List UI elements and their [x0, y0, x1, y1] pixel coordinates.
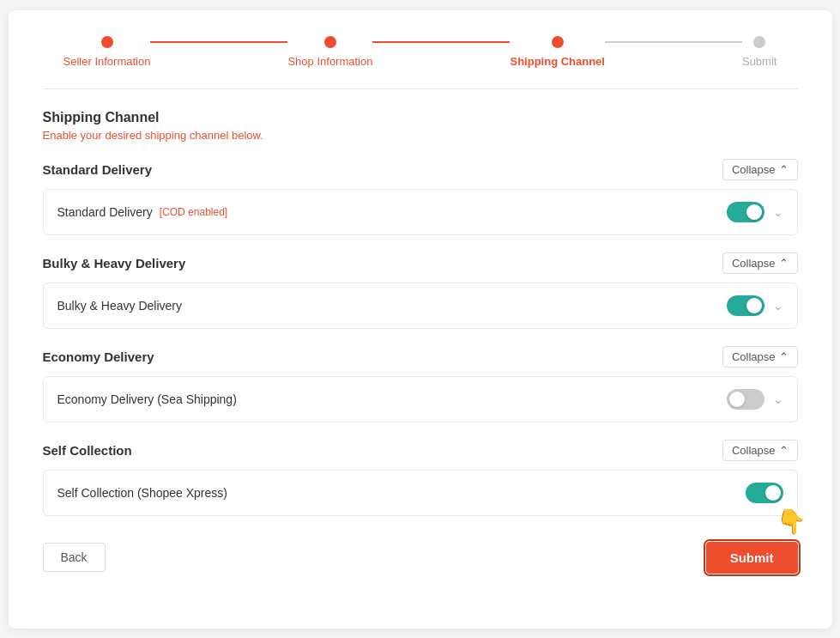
cod-badge-standard: [COD enabled] [160, 206, 227, 218]
submit-button[interactable]: Submit [706, 542, 798, 574]
stepper: Seller Information Shop Information Ship… [43, 36, 798, 68]
step-label-seller: Seller Information [63, 55, 151, 68]
section-title: Shipping Channel [43, 110, 798, 125]
submit-wrapper: 👇 Submit [706, 542, 798, 574]
collapse-button-economy[interactable]: Collapse ⌃ [722, 346, 798, 368]
footer-actions: Back 👇 Submit [43, 542, 798, 574]
chevron-down-icon-standard[interactable]: ⌄ [773, 205, 783, 219]
delivery-group-header-bulky: Bulky & Heavy Delivery Collapse ⌃ [43, 252, 798, 274]
collapse-button-bulky[interactable]: Collapse ⌃ [722, 252, 798, 274]
step-line-1 [150, 41, 287, 43]
collapse-label-bulky: Collapse [732, 257, 776, 270]
delivery-group-standard: Standard Delivery Collapse ⌃ Standard De… [43, 159, 798, 235]
toggle-economy[interactable] [727, 389, 764, 410]
toggle-track-self-collection[interactable] [746, 483, 783, 503]
delivery-name-economy: Economy Delivery (Sea Shipping) [57, 392, 237, 406]
toggle-track-standard[interactable] [727, 202, 764, 222]
chevron-down-icon-economy[interactable]: ⌄ [773, 392, 783, 406]
delivery-card-right-economy: ⌄ [727, 389, 783, 410]
delivery-group-economy: Economy Delivery Collapse ⌃ Economy Deli… [43, 346, 798, 422]
delivery-name-standard: Standard Delivery [57, 205, 153, 219]
toggle-track-economy[interactable] [727, 389, 764, 410]
delivery-card-self-collection: Self Collection (Shopee Xpress) [43, 470, 798, 516]
step-line-3 [605, 41, 742, 43]
step-seller: Seller Information [63, 36, 151, 68]
chevron-up-icon-bulky: ⌃ [779, 257, 789, 270]
collapse-button-self-collection[interactable]: Collapse ⌃ [722, 440, 798, 461]
toggle-thumb-self-collection [765, 485, 781, 501]
step-submit: Submit [742, 36, 777, 68]
delivery-name-bulky: Bulky & Heavy Delivery [57, 299, 183, 313]
chevron-up-icon-standard: ⌃ [779, 163, 789, 176]
delivery-group-header-self-collection: Self Collection Collapse ⌃ [43, 440, 798, 461]
delivery-group-self-collection: Self Collection Collapse ⌃ Self Collecti… [43, 440, 798, 516]
delivery-card-left-economy: Economy Delivery (Sea Shipping) [57, 392, 237, 406]
delivery-card-right-self-collection [746, 483, 783, 503]
delivery-group-header-standard: Standard Delivery Collapse ⌃ [43, 159, 798, 180]
delivery-card-right-bulky: ⌄ [727, 295, 783, 316]
step-circle-shop [324, 36, 336, 48]
section-header: Shipping Channel Enable your desired shi… [43, 110, 798, 142]
step-label-shop: Shop Information [287, 55, 372, 68]
top-divider [43, 88, 798, 89]
toggle-track-bulky[interactable] [727, 295, 764, 316]
collapse-button-standard[interactable]: Collapse ⌃ [722, 159, 798, 180]
toggle-thumb-bulky [746, 298, 762, 313]
delivery-card-standard: Standard Delivery [COD enabled] ⌄ [43, 189, 798, 235]
toggle-thumb-standard [746, 204, 762, 220]
collapse-label-economy: Collapse [732, 350, 776, 363]
delivery-name-self-collection: Self Collection (Shopee Xpress) [57, 486, 227, 500]
chevron-down-icon-bulky[interactable]: ⌄ [773, 299, 783, 313]
delivery-group-title-self-collection: Self Collection [43, 443, 132, 458]
section-subtitle: Enable your desired shipping channel bel… [43, 129, 798, 142]
delivery-group-header-economy: Economy Delivery Collapse ⌃ [43, 346, 798, 368]
delivery-card-right-standard: ⌄ [727, 202, 783, 222]
delivery-group-bulky: Bulky & Heavy Delivery Collapse ⌃ Bulky … [43, 252, 798, 329]
step-circle-seller [101, 36, 113, 48]
delivery-card-left-standard: Standard Delivery [COD enabled] [57, 205, 228, 219]
delivery-group-title-bulky: Bulky & Heavy Delivery [43, 256, 186, 270]
toggle-bulky[interactable] [727, 295, 764, 316]
step-shipping: Shipping Channel [510, 36, 605, 68]
back-button[interactable]: Back [43, 543, 106, 572]
delivery-card-economy: Economy Delivery (Sea Shipping) ⌄ [43, 376, 798, 422]
delivery-group-title-economy: Economy Delivery [43, 349, 154, 364]
collapse-label-standard: Collapse [732, 163, 776, 176]
step-label-submit: Submit [742, 55, 777, 68]
delivery-card-bulky: Bulky & Heavy Delivery ⌄ [43, 283, 798, 329]
step-shop: Shop Information [287, 36, 372, 68]
toggle-self-collection[interactable] [746, 483, 783, 503]
chevron-up-icon-economy: ⌃ [779, 350, 789, 363]
step-label-shipping: Shipping Channel [510, 55, 605, 68]
page-container: Seller Information Shop Information Ship… [9, 10, 832, 629]
step-circle-shipping [552, 36, 564, 48]
step-circle-submit [753, 36, 765, 48]
chevron-up-icon-self-collection: ⌃ [779, 444, 789, 457]
toggle-standard[interactable] [727, 202, 764, 222]
collapse-label-self-collection: Collapse [732, 444, 776, 457]
delivery-card-left-self-collection: Self Collection (Shopee Xpress) [57, 486, 227, 500]
delivery-card-left-bulky: Bulky & Heavy Delivery [57, 299, 183, 313]
delivery-group-title-standard: Standard Delivery [43, 162, 153, 177]
step-line-2 [372, 41, 510, 43]
toggle-thumb-economy [729, 392, 745, 407]
